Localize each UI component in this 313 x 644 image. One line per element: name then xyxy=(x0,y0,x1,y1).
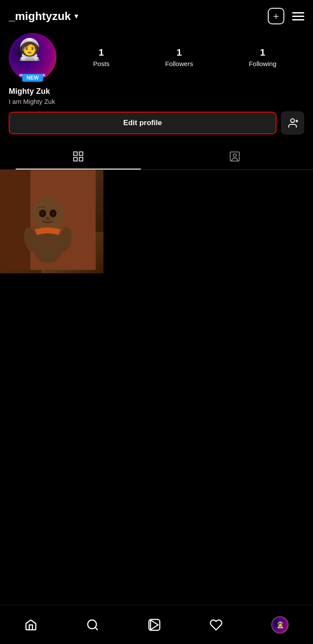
nav-reels[interactable] xyxy=(139,614,170,636)
profile-display-name: Mighty Zuk xyxy=(9,87,304,96)
tagged-icon xyxy=(229,150,241,163)
following-count: 1 xyxy=(260,47,265,58)
nav-activity[interactable] xyxy=(201,614,231,636)
grid-icon xyxy=(72,150,84,163)
profile-top: 🧑‍🚀 MIGHTY ZUK NEW 1 Posts 1 Followers 1… xyxy=(9,33,304,81)
stats-row: 1 Posts 1 Followers 1 Following xyxy=(65,47,304,67)
svg-point-16 xyxy=(51,212,55,216)
header-right: ＋ xyxy=(268,8,304,24)
svg-line-22 xyxy=(95,627,97,629)
svg-marker-23 xyxy=(150,620,158,630)
groot-figure xyxy=(0,170,96,270)
nav-search[interactable] xyxy=(77,614,108,636)
following-label: Following xyxy=(249,60,276,67)
menu-line-2 xyxy=(292,16,304,17)
add-friend-button[interactable] xyxy=(281,111,304,135)
svg-point-15 xyxy=(41,212,44,216)
svg-rect-6 xyxy=(79,157,83,161)
reels-icon xyxy=(148,618,161,631)
chevron-down-icon[interactable]: ▾ xyxy=(74,11,78,21)
svg-rect-10 xyxy=(0,170,30,270)
posts-count: 1 xyxy=(99,47,104,58)
avatar-image: 🧑‍🚀 xyxy=(17,37,43,62)
menu-line-1 xyxy=(292,12,304,13)
tabs-row xyxy=(0,143,313,170)
svg-point-17 xyxy=(46,217,50,220)
following-stat[interactable]: 1 Following xyxy=(249,47,276,67)
svg-point-8 xyxy=(233,154,236,157)
nav-avatar: 🧑‍🚀 xyxy=(271,616,289,634)
create-post-button[interactable]: ＋ xyxy=(268,8,284,24)
plus-icon: ＋ xyxy=(271,10,281,23)
tab-grid[interactable] xyxy=(0,143,156,169)
svg-rect-7 xyxy=(230,152,240,161)
search-icon xyxy=(86,618,99,631)
new-badge: NEW xyxy=(22,74,43,82)
profile-bio: I am Mighty Zuk xyxy=(9,98,304,105)
header-left: _mightyzuk ▾ xyxy=(9,10,78,23)
followers-label: Followers xyxy=(165,60,193,67)
header: _mightyzuk ▾ ＋ xyxy=(0,0,313,29)
nav-profile[interactable]: 🧑‍🚀 xyxy=(263,612,297,638)
bottom-spacer xyxy=(0,273,313,317)
menu-line-3 xyxy=(292,19,304,20)
avatar-wrapper: 🧑‍🚀 MIGHTY ZUK NEW xyxy=(9,33,57,81)
hamburger-menu-button[interactable] xyxy=(292,12,304,20)
home-icon xyxy=(24,618,37,631)
bottom-nav: 🧑‍🚀 xyxy=(0,605,313,644)
posts-stat[interactable]: 1 Posts xyxy=(93,47,110,67)
svg-rect-3 xyxy=(74,152,77,156)
tab-tagged[interactable] xyxy=(156,143,313,169)
followers-stat[interactable]: 1 Followers xyxy=(165,47,193,67)
posts-label: Posts xyxy=(93,60,110,67)
action-buttons: Edit profile xyxy=(9,111,304,135)
svg-rect-5 xyxy=(74,157,77,161)
heart-icon xyxy=(210,618,223,631)
posts-grid xyxy=(0,170,313,273)
post-thumbnail[interactable] xyxy=(0,170,103,273)
svg-rect-4 xyxy=(79,152,83,156)
add-person-icon xyxy=(287,117,298,129)
followers-count: 1 xyxy=(176,47,182,58)
svg-point-0 xyxy=(291,119,295,123)
groot-image xyxy=(0,170,103,273)
edit-profile-button[interactable]: Edit profile xyxy=(9,112,276,134)
nav-home[interactable] xyxy=(16,614,46,636)
profile-section: 🧑‍🚀 MIGHTY ZUK NEW 1 Posts 1 Followers 1… xyxy=(0,29,313,135)
username-text[interactable]: _mightyzuk xyxy=(9,10,71,23)
